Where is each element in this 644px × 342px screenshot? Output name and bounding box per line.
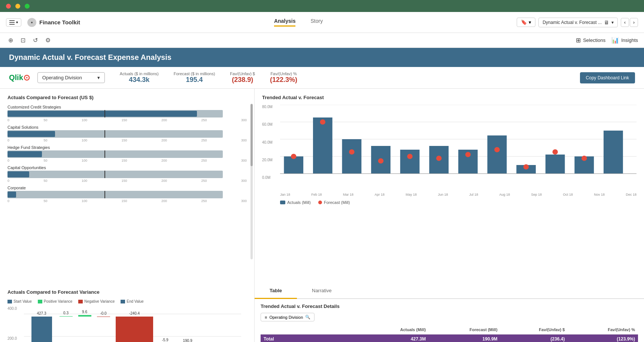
x-label-oct: Oct 18 (563, 193, 573, 196)
dashboard-arrow: ▾ (611, 20, 614, 25)
svg-point-17 (291, 154, 296, 159)
kpi-forecast-label: Forecast ($ in millions) (174, 71, 215, 76)
undo-button[interactable]: ↺ (31, 35, 40, 45)
traffic-light-green[interactable] (25, 4, 30, 9)
dashboard-selector[interactable]: Dynamic Actual v. Forecast ... 🖥 ▾ (538, 18, 618, 27)
kpi-fav: Fav/(Unfav) $ (238.9) (230, 71, 255, 84)
filter-label: Operating Division (269, 315, 303, 320)
selections-label: Selections (583, 37, 605, 43)
bar-axis-2: 050100150200250300 (7, 138, 247, 142)
bookmark-button[interactable]: 🔖 ▾ (517, 18, 535, 27)
x-label-may: May 18 (405, 193, 417, 196)
actuals-chart-title: Actuals Compared to Forecast (US $) (7, 95, 247, 100)
kpi-fav-pct-value: (122.3%) (270, 76, 297, 84)
scroll-track (250, 104, 253, 259)
row-total-fav-pct: (123.9%) (568, 335, 638, 342)
qlik-q-icon: ⊙ (23, 73, 30, 83)
svg-point-21 (407, 154, 412, 159)
filter-button[interactable]: ≡ Operating Division 🔍 (261, 313, 315, 321)
bar-row-3: Hedge Fund Strategies 050100150200250300 (7, 145, 247, 162)
x-label-apr: Apr 18 (374, 193, 385, 196)
bar-row-5: Corporate 050100150200250300 (7, 186, 247, 203)
svg-point-24 (494, 147, 499, 152)
wf-legend-start: Start Value (7, 299, 32, 303)
x-label-jan: Jan 18 (280, 193, 290, 196)
next-button[interactable]: › (630, 18, 638, 27)
toolbar: ⊕ ⊡ ↺ ⚙ ⊞ Selections 📊 Insights (0, 33, 644, 48)
selection-box-button[interactable]: ⊡ (18, 35, 28, 45)
tab-table[interactable]: Table (255, 283, 297, 299)
kpi-group: Actuals ($ in millions) 434.3k Forecast … (120, 71, 297, 84)
svg-point-26 (552, 149, 558, 155)
legend-actuals: Actuals (Mill) (280, 200, 311, 205)
bar-row-1: Customized Credit Strategies 05010015020… (7, 105, 247, 122)
wf-legend-end: End Value (121, 299, 143, 303)
waterfall-chart-wrapper: 400.0 200.0 427.3 0.3 9.6 (7, 306, 247, 342)
bar-label-4: Capital Opportunities (7, 165, 247, 170)
wf-y-label-400: 400.0 (7, 306, 17, 311)
zoom-in-button[interactable]: ⊕ (6, 35, 15, 45)
menu-dropdown-arrow: ▾ (16, 20, 18, 24)
row-total-label: Total (261, 335, 362, 342)
tab-narrative[interactable]: Narrative (297, 283, 347, 299)
svg-point-22 (436, 156, 441, 161)
svg-rect-6 (313, 117, 332, 174)
controls-bar: Qlik ⊙ Operating Division ▾ Actuals ($ i… (0, 67, 644, 89)
dropdown-arrow: ▾ (97, 75, 100, 80)
waterfall-svg: 427.3 0.3 9.6 -0.0 -240.4 -5.9 190.9 (24, 306, 241, 342)
grid-icon: ⊞ (576, 37, 581, 44)
x-label-dec: Dec 18 (626, 193, 637, 196)
svg-text:427.3: 427.3 (37, 311, 46, 315)
kpi-forecast: Forecast ($ in millions) 195.4 (174, 71, 215, 84)
svg-rect-9 (400, 150, 420, 174)
tab-analysis[interactable]: Analysis (274, 18, 296, 27)
svg-point-19 (349, 149, 354, 155)
bar-container-1 (7, 110, 223, 117)
traffic-light-red[interactable] (6, 4, 11, 9)
charts-area: Actuals Compared to Forecast (US $) Cust… (0, 89, 644, 283)
chart-icon: 📊 (611, 37, 619, 44)
settings-button[interactable]: ⚙ (43, 35, 53, 45)
x-label-sep: Sep 18 (531, 193, 542, 196)
bar-row-2: Capital Solutions 050100150200250300 (7, 125, 247, 142)
svg-text:-240.4: -240.4 (129, 311, 140, 315)
kpi-fav-pct: Fav/(Unfav) % (122.3%) (270, 71, 297, 84)
page-title: Dynamic Actual v. Forecast Expense Analy… (9, 53, 171, 61)
y-label-80: 80.0M (262, 105, 273, 109)
row-total-forecast: 190.9M (429, 335, 500, 342)
bar-container-3 (7, 150, 223, 158)
insights-button[interactable]: 📊 Insights (611, 37, 638, 44)
legend-forecast-label: Forecast (Mill) (324, 200, 350, 205)
svg-rect-36 (78, 315, 91, 317)
table-subtitle: Trended Actual v. Forecast Details (261, 303, 638, 309)
legend-forecast-dot (318, 201, 322, 204)
title-bar (0, 0, 644, 12)
legend-actuals-label: Actuals (Mill) (287, 200, 311, 205)
kpi-fav-value: (238.9) (232, 76, 253, 84)
qlik-logo-text: Qlik (9, 73, 23, 82)
x-label-jul: Jul 18 (469, 193, 478, 196)
wf-legend-start-rect (7, 300, 12, 303)
waterfall-legend: Start Value Positive Variance Negative V… (7, 299, 247, 303)
scroll-thumb[interactable] (250, 104, 253, 166)
traffic-light-yellow[interactable] (15, 4, 20, 9)
dimension-dropdown[interactable]: Operating Division ▾ (37, 72, 105, 83)
legend-forecast: Forecast (Mill) (318, 200, 350, 205)
svg-rect-38 (97, 317, 110, 317)
kpi-fav-label: Fav/(Unfav) $ (230, 71, 255, 76)
selections-button[interactable]: ⊞ Selections (576, 37, 605, 44)
legend-actuals-rect (280, 201, 285, 204)
x-label-mar: Mar 18 (343, 193, 353, 196)
menu-button[interactable]: ▾ (6, 18, 21, 27)
col-header-forecast: Forecast (Mill) (429, 325, 500, 335)
col-header-actuals: Actuals (Mill) (362, 325, 429, 335)
insights-label: Insights (621, 37, 638, 43)
prev-button[interactable]: ‹ (621, 18, 629, 27)
data-table: Actuals (Mill) Forecast (Mill) Fav/(Unfa… (261, 325, 638, 342)
trended-chart-title: Trended Actual v. Forecast (262, 95, 637, 100)
app-header: ▾ ● Finance Toolkit Analysis Story 🔖 ▾ D… (0, 12, 644, 33)
copy-dashboard-button[interactable]: Copy Dashboard Link (580, 72, 635, 83)
kpi-actuals-value: 434.3k (129, 76, 149, 84)
tab-story[interactable]: Story (310, 18, 323, 27)
waterfall-title: Actuals Compared to Forecast Variance (7, 289, 247, 295)
